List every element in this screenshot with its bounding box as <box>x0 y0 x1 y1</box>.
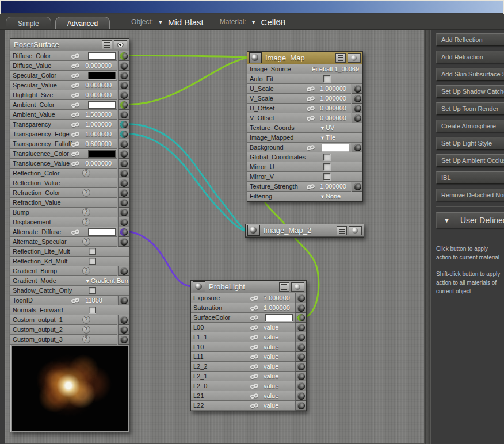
input-plug[interactable] <box>297 334 305 341</box>
animation-link-icon[interactable] <box>250 363 259 370</box>
input-plug[interactable] <box>354 183 361 190</box>
color-swatch[interactable] <box>88 72 116 79</box>
list-icon[interactable] <box>335 53 346 63</box>
input-plug[interactable] <box>120 170 128 177</box>
node-header-probe-light[interactable]: ProbeLight <box>191 281 306 293</box>
animation-link-icon[interactable] <box>250 344 259 350</box>
checkbox[interactable] <box>323 75 330 82</box>
list-icon[interactable] <box>337 226 347 235</box>
color-swatch[interactable] <box>322 144 349 151</box>
param-value[interactable]: value <box>264 392 278 399</box>
sidebar-button-remove-detached-nodes[interactable]: Remove Detached Nodes <box>436 189 504 201</box>
animation-link-icon[interactable] <box>71 63 80 69</box>
sidebar-button-create-atmosphere[interactable]: Create Atmosphere <box>436 120 504 132</box>
material-dropdown-arrow-icon[interactable]: ▼ <box>251 19 257 25</box>
color-swatch[interactable] <box>88 228 116 236</box>
input-plug[interactable] <box>120 179 128 187</box>
checkbox[interactable] <box>323 163 330 170</box>
dropdown-value[interactable]: ▼None <box>320 193 341 200</box>
input-plug[interactable] <box>120 72 128 79</box>
input-plug[interactable] <box>354 85 361 93</box>
dropdown-value[interactable]: ▼Tile <box>320 134 335 141</box>
input-plug[interactable] <box>297 324 305 331</box>
input-plug[interactable] <box>297 353 305 361</box>
node-output-button[interactable] <box>247 225 260 236</box>
unknown-connect-icon[interactable]: ? <box>82 238 90 246</box>
input-plug[interactable] <box>120 82 128 89</box>
input-plug[interactable] <box>354 114 361 122</box>
param-value[interactable]: 0.000000 <box>85 62 112 69</box>
input-plug[interactable] <box>120 62 128 70</box>
animation-link-icon[interactable] <box>250 334 259 340</box>
input-plug[interactable] <box>297 314 305 321</box>
input-plug[interactable] <box>297 373 305 380</box>
color-swatch[interactable] <box>88 150 116 158</box>
param-value[interactable]: value <box>264 324 278 331</box>
animation-link-icon[interactable] <box>71 112 80 118</box>
input-plug[interactable] <box>354 95 361 102</box>
input-plug[interactable] <box>120 238 128 246</box>
shader-node-canvas[interactable]: PoserSurfaceDiffuse_ColorDiffuse_Value0.… <box>5 30 425 444</box>
input-plug[interactable] <box>120 228 128 236</box>
checkbox[interactable] <box>89 248 96 255</box>
sidebar-button-set-up-shadow-catcher[interactable]: Set Up Shadow Catcher <box>436 85 504 98</box>
param-value[interactable]: 1.000000 <box>320 183 346 190</box>
param-value[interactable]: value <box>264 382 278 389</box>
unknown-connect-icon[interactable]: ? <box>82 316 90 324</box>
param-value[interactable]: value <box>264 334 278 340</box>
animation-link-icon[interactable] <box>306 115 315 121</box>
checkbox[interactable] <box>89 258 96 265</box>
node-header-image-map-2[interactable]: Image_Map_2 <box>246 224 364 237</box>
node-header-image-map[interactable]: Image_Map <box>247 52 362 64</box>
animation-link-icon[interactable] <box>250 305 259 311</box>
param-value[interactable]: 11858 <box>85 297 102 304</box>
animation-link-icon[interactable] <box>71 92 80 98</box>
input-plug[interactable] <box>120 336 128 343</box>
param-value[interactable]: 1.000000 <box>85 131 112 137</box>
param-value[interactable]: value <box>264 363 278 370</box>
user-defined-button[interactable]: ▼ User Defined <box>436 212 504 228</box>
animation-link-icon[interactable] <box>250 295 259 301</box>
param-value[interactable]: value <box>264 353 278 360</box>
unknown-connect-icon[interactable]: ? <box>82 267 90 275</box>
color-swatch[interactable] <box>88 101 116 109</box>
param-value[interactable]: 1.500000 <box>85 111 112 118</box>
color-swatch[interactable] <box>265 314 293 321</box>
unknown-connect-icon[interactable]: ? <box>82 189 90 197</box>
input-plug[interactable] <box>297 304 305 312</box>
unknown-connect-icon[interactable]: ? <box>82 335 90 343</box>
sidebar-button-set-up-ambient-occlusion[interactable]: Set Up Ambient Occlusion <box>436 154 504 167</box>
input-plug[interactable] <box>120 326 128 334</box>
input-plug[interactable] <box>120 199 128 206</box>
color-swatch[interactable] <box>88 52 116 60</box>
input-plug[interactable] <box>297 363 305 370</box>
node-output-button[interactable] <box>193 281 205 292</box>
param-value[interactable]: value <box>264 373 278 380</box>
param-value[interactable]: 0.000000 <box>85 82 112 89</box>
animation-link-icon[interactable] <box>71 72 80 79</box>
param-value[interactable]: 7.000000 <box>264 294 290 301</box>
unknown-connect-icon[interactable]: ? <box>82 169 90 177</box>
input-plug[interactable] <box>120 111 128 118</box>
animation-link-icon[interactable] <box>250 373 259 380</box>
input-plug[interactable] <box>120 189 128 197</box>
input-plug[interactable] <box>297 343 305 351</box>
animation-link-icon[interactable] <box>71 297 80 304</box>
animation-link-icon[interactable] <box>250 354 259 360</box>
sphere-preview-icon[interactable] <box>349 226 362 235</box>
animation-link-icon[interactable] <box>306 95 315 102</box>
unknown-connect-icon[interactable]: ? <box>82 326 90 334</box>
param-value[interactable]: Fireball 1_00069 <box>312 66 359 72</box>
animation-link-icon[interactable] <box>71 151 80 157</box>
param-value[interactable]: 1.000000 <box>264 304 290 311</box>
checkbox[interactable] <box>89 307 96 313</box>
animation-link-icon[interactable] <box>71 229 80 235</box>
node-header-poser-surface[interactable]: PoserSurface <box>10 39 129 51</box>
list-icon[interactable] <box>102 40 112 49</box>
animation-link-icon[interactable] <box>250 324 259 331</box>
node-output-button[interactable] <box>249 52 262 63</box>
param-value[interactable]: value <box>264 343 278 350</box>
dropdown-value[interactable]: ▼Gradient Bump <box>85 277 129 284</box>
input-plug[interactable] <box>120 267 128 275</box>
input-plug[interactable] <box>120 52 128 60</box>
